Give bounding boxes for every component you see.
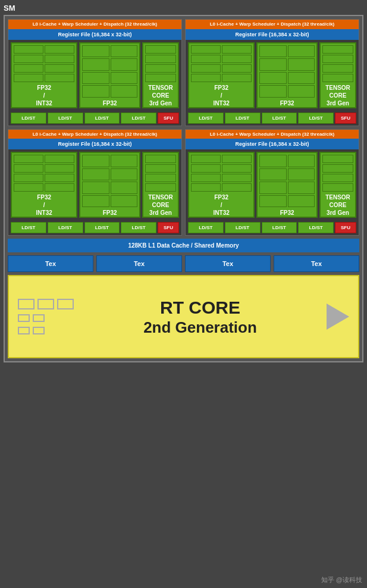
fp32-int32-block-1: FP32/INT32 [11,42,77,108]
fp32-label-3: FP32 [103,209,117,217]
quad-grid: L0 i-Cache + Warp Scheduler + Dispatch (… [8,19,359,236]
fp32-cell [222,155,252,163]
tensor-cell [145,45,176,54]
tensor-cell [145,55,176,63]
tensor-cell [145,174,176,182]
rt-core-area: RT CORE 2nd Generation [8,275,359,358]
rt-box-small-3 [18,327,30,334]
fp32-cell [45,164,74,173]
fp32-cell [191,45,221,54]
rt-core-diagrams [18,299,74,334]
sfu-unit-2: SFU [335,112,356,124]
ldst-unit-10: LD/ST [48,222,83,233]
sub-proc-1: L0 i-Cache + Warp Scheduler + Dispatch (… [8,19,182,126]
tensor-cell [322,183,353,192]
fp32-int32-label-4: FP32/INT32 [214,193,230,217]
rt-box-row-1 [18,299,74,309]
fp32-cell [111,72,137,85]
fp32-cell [222,64,252,73]
rt-triangle-container [327,304,349,330]
fp32-cell [82,155,109,167]
tensor-cell [322,164,353,173]
cores-inner-1: FP32/INT32 [8,40,181,111]
rt-box-small-2 [33,314,45,322]
fp32-cell [259,58,286,71]
rt-core-text: RT CORE 2nd Generation [74,297,327,337]
bottom-units-2: LD/ST LD/ST LD/ST LD/ST SFU [186,111,359,126]
fp32-cell [191,74,221,82]
fp32-label-4: FP32 [280,209,294,217]
sub-proc-4: L0 i-Cache + Warp Scheduler + Dispatch (… [185,129,359,236]
tensor-core-3: TENSORCORE3rd Gen [142,152,179,218]
ldst-unit-5: LD/ST [188,112,224,124]
ldst-unit-14: LD/ST [225,222,261,233]
tensor-cell [322,45,353,54]
l0-cache-bar-3: L0 i-Cache + Warp Scheduler + Dispatch (… [8,130,181,139]
fp32-cell [259,155,286,167]
fp32-cell [191,174,221,182]
ldst-unit-2: LD/ST [48,112,83,124]
fp32-cell [82,58,109,71]
fp32-cell [82,195,109,208]
rt-box-2 [37,299,54,309]
tex-unit-2: Tex [96,255,182,272]
fp32-cell [111,182,137,194]
tex-unit-4: Tex [274,255,359,272]
fp32-int32-label-2: FP32/INT32 [214,84,230,107]
fp32-cell [45,55,74,63]
fp32-cell [45,155,74,163]
tensor-cell [145,64,176,73]
tensor-core-4: TENSORCORE3rd Gen [319,152,356,218]
sub-proc-3: L0 i-Cache + Warp Scheduler + Dispatch (… [8,129,182,236]
tensor-cell [322,74,353,82]
l0-cache-bar-4: L0 i-Cache + Warp Scheduler + Dispatch (… [186,130,359,139]
fp32-cell [288,58,315,71]
fp32-int32-block-2: FP32/INT32 [188,42,255,108]
fp32-int32-label-3: FP32/INT32 [36,193,52,217]
fp32-int32-label-1: FP32/INT32 [36,84,52,107]
cores-inner-4: FP32/INT32 FP32 [186,149,359,220]
tensor-cell [145,155,176,163]
fp32-cell [45,74,74,82]
ldst-unit-15: LD/ST [262,222,297,233]
fp32-int32-block-4: FP32/INT32 [188,152,255,218]
tensor-cell [322,64,353,73]
sfu-unit-3: SFU [158,222,179,233]
tensor-cell [322,55,353,63]
tensor-cell [145,164,176,173]
l0-cache-bar-2: L0 i-Cache + Warp Scheduler + Dispatch (… [186,20,359,29]
ldst-unit-13: LD/ST [188,222,224,233]
cores-inner-3: FP32/INT32 FP32 [8,149,181,220]
fp32-cell [14,174,43,182]
rt-box-row-2 [18,314,45,322]
reg-file-bar-2: Register File (16,384 x 32-bit) [186,29,359,40]
fp32-label-2: FP32 [280,99,294,107]
fp32-cell [288,72,315,85]
fp32-cell [111,45,137,58]
tensor-core-label-4: TENSORCORE3rd Gen [325,193,350,217]
reg-file-bar-1: Register File (16,384 x 32-bit) [8,29,181,40]
fp32-cell [259,168,286,181]
sm-diagram: SM L0 i-Cache + Warp Scheduler + Dispatc… [0,0,367,588]
fp32-cell [14,64,43,73]
fp32-cell [288,85,315,98]
tensor-core-label-1: TENSORCORE3rd Gen [148,84,173,107]
ldst-unit-3: LD/ST [84,112,120,124]
fp32-block-2: FP32 [256,42,318,108]
sub-proc-2: L0 i-Cache + Warp Scheduler + Dispatch (… [185,19,359,126]
fp32-cell [259,195,286,208]
fp32-cell [222,164,252,173]
fp32-cell [45,45,74,54]
tensor-core-2: TENSORCORE3rd Gen [319,42,356,108]
l0-cache-bar-1: L0 i-Cache + Warp Scheduler + Dispatch (… [8,20,181,29]
fp32-cell [222,45,252,54]
tensor-cell [145,74,176,82]
sm-title: SM [4,4,363,12]
fp32-block-4: FP32 [256,152,318,218]
fp32-cell [82,72,109,85]
tensor-core-1: TENSORCORE3rd Gen [142,42,179,108]
tensor-cell [322,155,353,163]
fp32-cell [111,85,137,98]
fp32-cell [259,72,286,85]
fp32-cell [82,168,109,181]
